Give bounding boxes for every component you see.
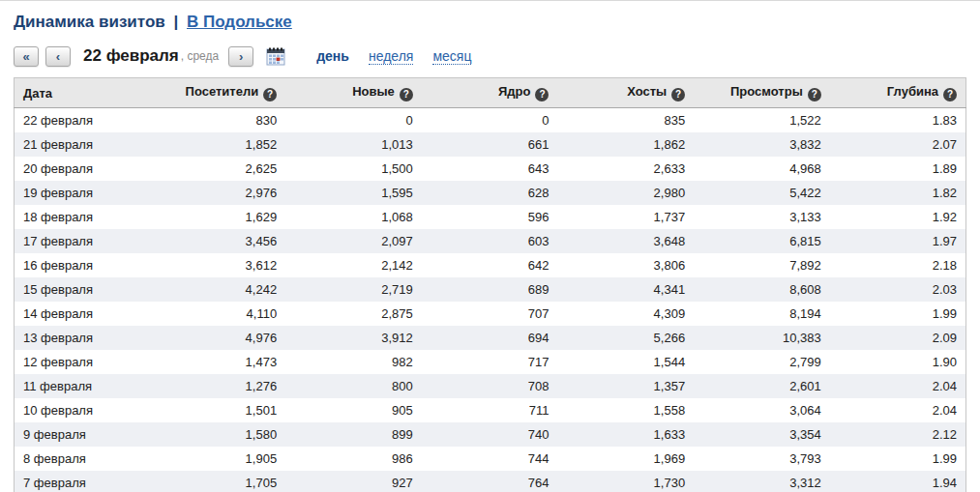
date-cell: 8 февраля: [15, 447, 150, 471]
calendar-icon[interactable]: [266, 46, 287, 66]
column-label: Посетители: [186, 84, 259, 99]
value-cell-new: 982: [285, 350, 422, 374]
column-header-depth: Глубина?: [830, 78, 966, 108]
value-cell-depth: 2.04: [830, 374, 966, 398]
value-cell-hosts: 1,730: [557, 471, 694, 492]
value-cell-new: 2,875: [285, 302, 422, 326]
title-separator: |: [169, 13, 182, 31]
value-cell-depth: 1.99: [830, 447, 966, 471]
value-cell-hosts: 4,341: [557, 277, 694, 302]
tab-month[interactable]: месяц: [432, 48, 471, 65]
value-cell-depth: 1.92: [830, 205, 966, 229]
weekday-label: , среда: [181, 49, 219, 63]
table-row: 18 февраля1,6291,0685961,7373,1331.92: [15, 205, 966, 229]
value-cell-new: 986: [285, 447, 422, 471]
date-cell: 9 февраля: [15, 422, 150, 447]
value-cell-visitors: 4,976: [150, 326, 286, 350]
location-link[interactable]: В Подольске: [187, 13, 292, 31]
value-cell-core: 740: [422, 422, 558, 447]
value-cell-depth: 2.07: [830, 132, 966, 157]
value-cell-hosts: 4,309: [557, 302, 694, 326]
value-cell-core: 744: [422, 447, 558, 471]
value-cell-core: 711: [422, 398, 558, 422]
value-cell-visitors: 2,976: [150, 181, 286, 205]
value-cell-hosts: 1,357: [557, 374, 694, 398]
value-cell-new: 0: [285, 108, 422, 133]
value-cell-hosts: 835: [557, 108, 694, 133]
value-cell-visitors: 2,625: [150, 157, 286, 181]
value-cell-depth: 2.04: [830, 398, 966, 422]
prev-button[interactable]: ‹: [45, 46, 71, 67]
date-cell: 22 февраля: [15, 108, 150, 133]
date-cell: 11 февраля: [15, 374, 150, 398]
value-cell-visitors: 3,612: [150, 253, 286, 277]
tab-day[interactable]: день: [316, 48, 349, 64]
value-cell-visitors: 1,629: [150, 205, 286, 229]
value-cell-depth: 2.18: [830, 253, 966, 277]
column-label: Просмотры: [730, 84, 803, 99]
value-cell-views: 2,601: [694, 374, 830, 398]
date-navigation: « ‹ 22 февраля , среда › день неделя мес…: [14, 44, 966, 68]
help-icon[interactable]: ?: [400, 88, 413, 101]
help-icon[interactable]: ?: [943, 88, 957, 101]
value-cell-visitors: 1,905: [150, 447, 286, 471]
value-cell-new: 905: [285, 398, 422, 422]
table-row: 22 февраля830008351,5221.83: [15, 108, 966, 133]
value-cell-hosts: 3,806: [557, 253, 694, 277]
column-header-hosts: Хосты?: [557, 78, 694, 108]
value-cell-new: 2,142: [285, 253, 422, 277]
value-cell-hosts: 1,544: [557, 350, 694, 374]
value-cell-depth: 1.89: [830, 157, 966, 181]
value-cell-new: 800: [285, 374, 422, 398]
value-cell-core: 694: [422, 326, 558, 350]
value-cell-hosts: 1,862: [557, 132, 694, 157]
date-cell: 21 февраля: [15, 132, 150, 157]
tab-week[interactable]: неделя: [369, 48, 413, 65]
date-cell: 13 февраля: [15, 326, 150, 350]
column-header-visitors: Посетители?: [150, 78, 286, 108]
next-button[interactable]: ›: [228, 46, 253, 67]
column-label: Дата: [23, 86, 52, 101]
value-cell-views: 1,522: [694, 108, 830, 133]
value-cell-hosts: 1,558: [557, 398, 694, 422]
value-cell-visitors: 1,852: [150, 132, 286, 157]
value-cell-hosts: 3,648: [557, 229, 694, 253]
value-cell-visitors: 1,501: [150, 398, 286, 422]
value-cell-visitors: 830: [150, 108, 286, 133]
help-icon[interactable]: ?: [535, 88, 549, 101]
table-row: 8 февраля1,9059867441,9693,7931.99: [15, 447, 966, 471]
value-cell-views: 3,354: [694, 422, 830, 447]
date-cell: 7 февраля: [15, 471, 150, 492]
date-cell: 15 февраля: [15, 277, 150, 302]
table-row: 11 февраля1,2768007081,3572,6012.04: [15, 374, 966, 398]
column-label: Глубина: [887, 84, 938, 99]
value-cell-new: 1,595: [285, 181, 422, 205]
value-cell-depth: 2.09: [830, 326, 966, 350]
help-icon[interactable]: ?: [263, 88, 277, 101]
prev-fast-button[interactable]: «: [14, 46, 39, 67]
column-header-views: Просмотры?: [694, 78, 830, 108]
page-title: Динамика визитов: [14, 13, 165, 31]
help-icon[interactable]: ?: [671, 88, 685, 101]
value-cell-views: 5,422: [694, 181, 830, 205]
value-cell-new: 1,013: [285, 132, 422, 157]
value-cell-new: 3,912: [285, 326, 422, 350]
value-cell-new: 1,500: [285, 157, 422, 181]
value-cell-depth: 1.83: [830, 108, 966, 133]
value-cell-core: 764: [422, 471, 558, 492]
help-icon[interactable]: ?: [808, 88, 821, 101]
date-cell: 20 февраля: [15, 157, 150, 181]
column-header-date: Дата: [15, 78, 150, 108]
value-cell-hosts: 5,266: [557, 326, 694, 350]
value-cell-visitors: 3,456: [150, 229, 286, 253]
table-row: 20 февраля2,6251,5006432,6334,9681.89: [15, 157, 966, 181]
value-cell-views: 10,383: [694, 326, 830, 350]
column-label: Ядро: [498, 84, 530, 99]
page: Динамика визитов | В Подольске « ‹ 22 фе…: [0, 1, 980, 492]
value-cell-depth: 1.99: [830, 302, 966, 326]
value-cell-core: 708: [422, 374, 558, 398]
stats-table: ДатаПосетители?Новые?Ядро?Хосты?Просмотр…: [14, 77, 966, 492]
value-cell-views: 3,064: [694, 398, 830, 422]
table-row: 7 февраля1,7059277641,7303,3121.94: [15, 471, 966, 492]
value-cell-hosts: 1,737: [557, 205, 694, 229]
